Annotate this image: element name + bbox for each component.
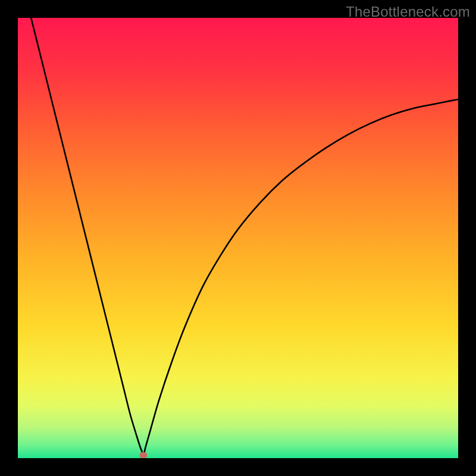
chart-frame: TheBottleneck.com	[0, 0, 476, 476]
minimum-marker	[140, 452, 147, 458]
watermark-text: TheBottleneck.com	[346, 4, 470, 20]
curve-svg	[18, 18, 458, 458]
curve-path	[31, 18, 458, 455]
plot-area	[18, 18, 458, 458]
